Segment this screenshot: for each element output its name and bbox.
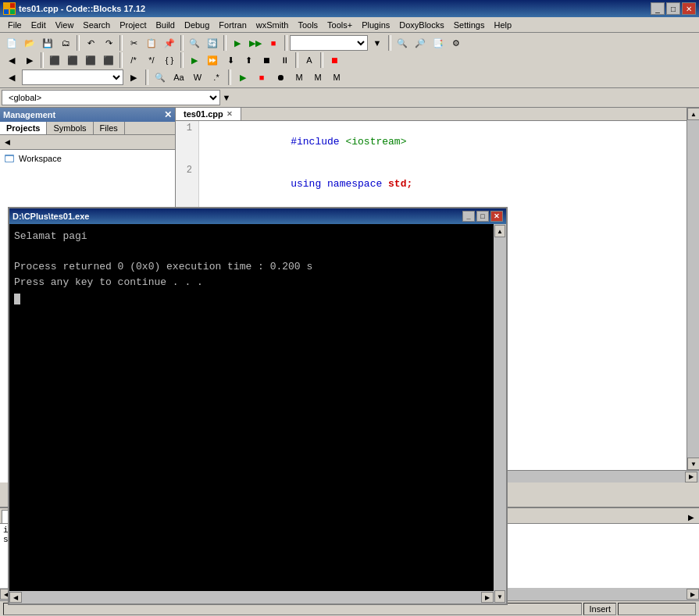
scroll-down-arrow[interactable]: ▼	[687, 458, 699, 470]
menu-tools-plus[interactable]: Tools+	[323, 19, 357, 31]
editor-tab-tes01[interactable]: tes01.cpp ✕	[176, 108, 241, 120]
more-btn[interactable]: ▼	[369, 35, 386, 51]
comment-button[interactable]: /*	[125, 52, 142, 68]
build-target-dropdown[interactable]	[290, 35, 368, 51]
undo-button[interactable]: ↶	[82, 35, 99, 51]
bookmark-prev[interactable]: ⬛	[46, 52, 63, 68]
play-btn[interactable]: ▶	[234, 69, 251, 85]
hscroll-left[interactable]: ◀	[9, 592, 22, 603]
nav-left[interactable]: ◀	[3, 69, 20, 85]
toolbar-row-1: 📄 📂 💾 🗂 ↶ ↷ ✂ 📋 📌 🔍 🔄 ▶ ▶▶ ■ ▼ 🔍 🔎 📑 ⚙	[2, 34, 697, 52]
bookmark-clear[interactable]: ⬛	[100, 52, 117, 68]
menu-wxsmith[interactable]: wxSmith	[251, 19, 294, 31]
macro-btn1[interactable]: M	[291, 69, 308, 85]
menu-view[interactable]: View	[51, 19, 79, 31]
nav-back-icon[interactable]: ◀	[1, 136, 13, 148]
debug-step-out[interactable]: ⬆	[240, 52, 257, 68]
minimize-button[interactable]: _	[651, 2, 665, 15]
regex-btn[interactable]: .*	[208, 69, 225, 85]
bookmark-toggle[interactable]: ⬛	[82, 52, 99, 68]
debug-step[interactable]: ⏩	[204, 52, 221, 68]
forward-button[interactable]: ▶	[21, 52, 38, 68]
tab-files[interactable]: Files	[94, 122, 125, 134]
debug-break[interactable]: ⏸	[276, 52, 293, 68]
menu-doxyblocks[interactable]: DoxyBlocks	[394, 19, 448, 31]
menu-help[interactable]: Help	[489, 19, 516, 31]
console-maximize-btn[interactable]: □	[476, 211, 489, 222]
zoom-in-button[interactable]: 🔍	[394, 35, 411, 51]
settings-btn[interactable]: ⚙	[448, 35, 465, 51]
menu-build[interactable]: Build	[151, 19, 179, 31]
tab-close-icon[interactable]: ✕	[226, 110, 233, 118]
bookmark-next[interactable]: ⬛	[64, 52, 81, 68]
zoom-out-button[interactable]: 🔎	[412, 35, 429, 51]
menu-debug[interactable]: Debug	[180, 19, 214, 31]
paste-button[interactable]: 📌	[161, 35, 178, 51]
stop-button[interactable]: ■	[265, 35, 282, 51]
menu-settings[interactable]: Settings	[449, 19, 490, 31]
run-button[interactable]: ▶▶	[247, 35, 264, 51]
match-case[interactable]: Aa	[170, 69, 187, 85]
nav-right[interactable]: ▶	[125, 69, 142, 85]
find-button[interactable]: 🔍	[186, 35, 203, 51]
global-dropdown[interactable]: <global>	[2, 90, 220, 105]
menu-fortran[interactable]: Fortran	[214, 19, 251, 31]
window-controls[interactable]: _ □ ✕	[651, 2, 696, 15]
menu-project[interactable]: Project	[115, 19, 151, 31]
whole-word[interactable]: W	[189, 69, 206, 85]
macro-btn3[interactable]: M	[328, 69, 345, 85]
back-button[interactable]: ◀	[3, 52, 20, 68]
bookmarks-button[interactable]: 📑	[430, 35, 447, 51]
save-all-button[interactable]: 🗂	[57, 35, 74, 51]
console-scrollbar[interactable]: ▲ ▼	[494, 224, 506, 604]
menu-edit[interactable]: Edit	[27, 19, 51, 31]
tab-symbols[interactable]: Symbols	[47, 122, 93, 134]
menu-tools[interactable]: Tools	[293, 19, 323, 31]
uncomment-button[interactable]: */	[143, 52, 160, 68]
console-scroll-down[interactable]: ▼	[494, 590, 505, 603]
maximize-button[interactable]: □	[666, 2, 680, 15]
console-minimize-btn[interactable]: _	[462, 211, 475, 222]
debug-stop[interactable]: ⏹	[258, 52, 275, 68]
scroll-right-arrow[interactable]: ▶	[685, 472, 697, 482]
hscroll-right[interactable]: ▶	[481, 592, 494, 603]
record-btn[interactable]: ⏺	[272, 69, 289, 85]
tab-projects[interactable]: Projects	[0, 122, 47, 134]
sep-13	[228, 69, 231, 85]
console-controls[interactable]: _ □ ✕	[462, 211, 503, 222]
console-scroll-up[interactable]: ▲	[494, 225, 505, 237]
code-navigation-dropdown[interactable]	[22, 69, 123, 85]
copy-button[interactable]: 📋	[143, 35, 160, 51]
close-button[interactable]: ✕	[682, 2, 696, 15]
global-dropdown-arrow[interactable]: ▼	[220, 90, 233, 105]
replace-button[interactable]: 🔄	[204, 35, 221, 51]
debug-step-in[interactable]: ⬇	[222, 52, 239, 68]
redo-button[interactable]: ↷	[100, 35, 117, 51]
open-button[interactable]: 📂	[21, 35, 38, 51]
stop-btn2[interactable]: ■	[253, 69, 270, 85]
menu-search[interactable]: Search	[78, 19, 115, 31]
bottom-panel-expand[interactable]: ▶	[685, 511, 697, 523]
macro-btn2[interactable]: M	[309, 69, 326, 85]
console-scroll-track	[494, 238, 506, 589]
console-close-btn[interactable]: ✕	[490, 211, 503, 222]
cursor-blink	[14, 294, 20, 304]
include-keyword: #include	[291, 136, 345, 148]
highlight-button[interactable]: A	[301, 52, 318, 68]
workspace-item[interactable]: Workspace	[2, 151, 173, 166]
build-button[interactable]: ▶	[229, 35, 246, 51]
management-close-icon[interactable]: ✕	[164, 109, 172, 120]
console-line-1: Selamat pagi	[14, 229, 490, 244]
bottom-hscroll-right[interactable]: ▶	[687, 589, 699, 600]
cut-button[interactable]: ✂	[125, 35, 142, 51]
stop-debug[interactable]: ⏹	[326, 52, 343, 68]
match-brace[interactable]: { }	[161, 52, 178, 68]
new-button[interactable]: 📄	[3, 35, 20, 51]
menu-file[interactable]: File	[3, 19, 27, 31]
scroll-up-arrow[interactable]: ▲	[687, 108, 699, 120]
find-bar-toggle[interactable]: 🔍	[152, 69, 169, 85]
editor-scrollbar[interactable]: ▲ ▼	[687, 108, 699, 470]
debug-run[interactable]: ▶	[186, 52, 203, 68]
save-button[interactable]: 💾	[39, 35, 56, 51]
menu-plugins[interactable]: Plugins	[357, 19, 394, 31]
